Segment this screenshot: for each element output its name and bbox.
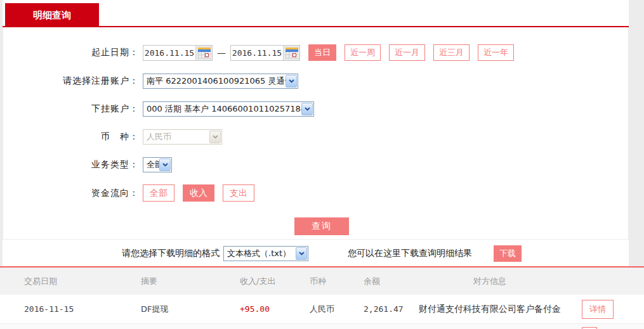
business-type-value: 全部 xyxy=(147,159,159,171)
detail-query-page: 明细查询 起止日期： — xyxy=(0,0,644,329)
chevron-down-icon xyxy=(209,131,221,143)
chevron-down-icon xyxy=(296,247,307,260)
start-date-input[interactable] xyxy=(143,48,195,58)
sub-account-row: 下挂账户： 000 活期 基本户 1406600101102571848 xyxy=(3,101,628,117)
sub-account-value: 000 活期 基本户 1406600101102571848 xyxy=(147,103,301,115)
start-date-calendar-button[interactable] xyxy=(195,46,212,60)
table-row-partial xyxy=(0,324,644,329)
download-hint: 您可以在这里下载查询明细结果 xyxy=(348,248,472,259)
download-format-value: 文本格式（.txt） xyxy=(227,248,291,259)
business-type-label: 业务类型： xyxy=(3,159,139,171)
quick-range-quarter-button[interactable]: 近三月 xyxy=(433,44,470,61)
table-row: 2016-11-15 DF提现 +95.00 人民币 2,261.47 财付通支… xyxy=(0,295,644,324)
query-button[interactable]: 查询 xyxy=(294,217,349,235)
cell-counterparty: 财付通支付科技有限公司客户备付金 xyxy=(419,304,582,315)
register-account-value: 南平 6222001406100921065 灵通卡 xyxy=(147,75,286,87)
right-gutter xyxy=(629,0,644,266)
cell-amount: +95.00 xyxy=(240,304,310,314)
download-format-select[interactable]: 文本格式（.txt） xyxy=(223,246,308,261)
date-range-row: 起止日期： — 当日 xyxy=(3,44,628,61)
business-type-row: 业务类型： 全部 xyxy=(3,157,628,172)
quick-range-year-button[interactable]: 近一年 xyxy=(478,44,514,61)
detail-button[interactable]: 详情 xyxy=(582,300,614,319)
cell-summary: DF提现 xyxy=(141,304,240,315)
fund-flow-label: 资金流向： xyxy=(3,188,139,199)
quick-range-today-button[interactable]: 当日 xyxy=(308,44,336,61)
chevron-down-icon xyxy=(301,103,313,115)
header-in-out: 收入/支出 xyxy=(240,276,310,287)
cell-date: 2016-11-15 xyxy=(24,304,141,314)
sub-account-label: 下挂账户： xyxy=(3,103,139,115)
cell-balance: 2,261.47 xyxy=(364,304,419,314)
query-form-panel: 起止日期： — 当日 xyxy=(3,27,629,240)
start-date-field[interactable] xyxy=(143,45,213,61)
header-balance: 余额 xyxy=(364,276,419,287)
tab-label: 明细查询 xyxy=(33,10,71,22)
query-button-row: 查询 xyxy=(3,217,628,235)
cell-currency: 人民币 xyxy=(310,304,364,315)
register-account-select[interactable]: 南平 6222001406100921065 灵通卡 xyxy=(143,74,298,89)
tab-detail-query[interactable]: 明细查询 xyxy=(5,3,99,27)
register-account-row: 请选择注册账户： 南平 6222001406100921065 灵通卡 xyxy=(3,73,628,89)
calendar-icon xyxy=(286,48,298,58)
fund-flow-all-button[interactable]: 全部 xyxy=(143,184,174,202)
end-date-calendar-button[interactable] xyxy=(283,46,299,60)
fund-flow-expense-button[interactable]: 支出 xyxy=(223,184,254,202)
download-section: 请您选择下载明细的格式 文本格式（.txt） 您可以在这里下载查询明细结果 下载 xyxy=(3,240,629,266)
business-type-select[interactable]: 全部 xyxy=(143,157,172,172)
quick-range-month-button[interactable]: 近一月 xyxy=(389,44,425,61)
header-counterparty: 对方信息 xyxy=(419,276,582,287)
header-summary: 摘要 xyxy=(141,276,240,287)
register-account-label: 请选择注册账户： xyxy=(3,75,139,87)
table-header-row: 交易日期 摘要 收入/支出 币种 余额 对方信息 xyxy=(0,268,644,295)
date-range-label: 起止日期： xyxy=(3,47,139,58)
fund-flow-row: 资金流向： 全部 收入 支出 xyxy=(3,184,628,202)
download-button[interactable]: 下载 xyxy=(494,245,522,262)
download-format-label: 请您选择下载明细的格式 xyxy=(122,248,220,259)
end-date-field[interactable] xyxy=(230,45,300,61)
header-date: 交易日期 xyxy=(24,276,141,287)
currency-label: 币 种： xyxy=(3,131,139,143)
calendar-icon xyxy=(198,48,211,58)
chevron-down-icon xyxy=(159,158,171,171)
results-table: 交易日期 摘要 收入/支出 币种 余额 对方信息 2016-11-15 DF提现… xyxy=(0,266,644,329)
quick-range-week-button[interactable]: 近一周 xyxy=(345,44,381,61)
date-separator: — xyxy=(217,48,226,58)
currency-select: 人民币 xyxy=(143,129,222,145)
header-currency: 币种 xyxy=(310,276,364,287)
currency-value: 人民币 xyxy=(147,131,171,143)
chevron-down-icon xyxy=(286,75,297,87)
end-date-input[interactable] xyxy=(231,48,283,58)
currency-row: 币 种： 人民币 xyxy=(3,129,628,145)
sub-account-select[interactable]: 000 活期 基本户 1406600101102571848 xyxy=(143,101,314,117)
fund-flow-income-button[interactable]: 收入 xyxy=(183,184,214,202)
